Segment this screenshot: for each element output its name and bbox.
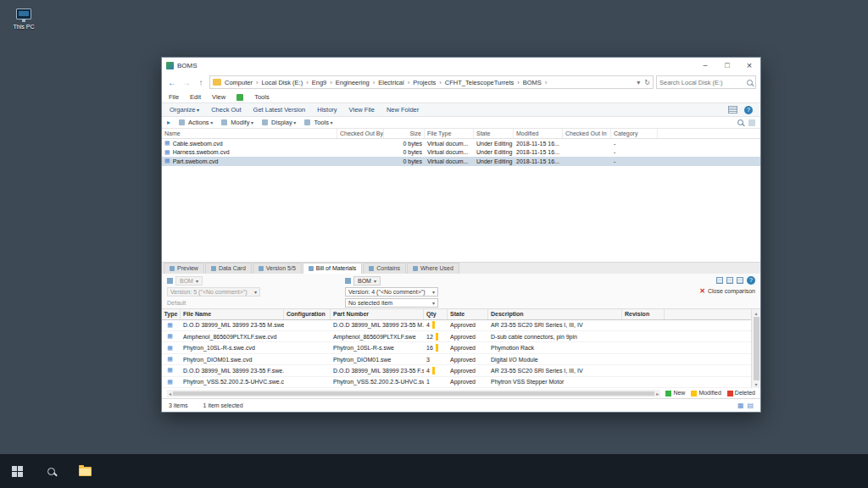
change-view-icon[interactable]	[728, 106, 737, 114]
bom-row[interactable]: ▦ Phytron_10SL-R-s.swe.cvd Phytron_10SL-…	[162, 342, 760, 353]
bom-source-button-right[interactable]: BOM	[353, 276, 381, 286]
col-part-number[interactable]: Part Number	[331, 309, 424, 319]
col-checked-out-by[interactable]: Checked Out By	[337, 129, 384, 138]
breadcrumb-item[interactable]: BOMS	[523, 79, 551, 86]
col-configuration[interactable]: Configuration	[284, 309, 331, 319]
breadcrumb-item[interactable]: Eng9	[312, 79, 336, 86]
breadcrumb-item[interactable]: Local Disk (E:)	[261, 79, 311, 86]
organize-button[interactable]: Organize	[170, 106, 199, 114]
tab-bill-of-materials[interactable]: Bill of Materials	[303, 263, 362, 274]
where-used-icon	[413, 266, 418, 271]
col-state[interactable]: State	[448, 309, 488, 319]
scroll-thumb[interactable]	[173, 391, 654, 396]
bom-row[interactable]: ▦ D.O.D 38999_MIL 38999 23-55 F.swe.cvd …	[162, 365, 760, 376]
col-checked-out-in[interactable]: Checked Out In	[563, 129, 611, 138]
refresh-icon[interactable]: ↻	[644, 79, 650, 86]
tab-contains[interactable]: Contains	[363, 263, 406, 274]
col-category[interactable]: Category	[611, 129, 658, 138]
details-view-icon[interactable]: ▦	[737, 402, 744, 409]
settings-icon[interactable]	[748, 119, 755, 126]
search-icon[interactable]	[747, 80, 753, 86]
bom-export-icon[interactable]	[737, 277, 743, 284]
col-name[interactable]: Name	[162, 129, 337, 138]
bom-row[interactable]: ▦ D.O.D 38999_MIL 38999 23-55 M.swe.cvd …	[162, 320, 760, 331]
file-row[interactable]: ▦Cable.swebom.cvd 0 bytes Virtual docum.…	[162, 139, 760, 148]
this-pc-desktop-icon[interactable]: This PC	[5, 8, 42, 30]
file-list-header[interactable]: Name Checked Out By Size File Type State…	[162, 129, 760, 139]
horizontal-scrollbar[interactable]: ◂ ▸	[167, 390, 660, 397]
col-revision[interactable]: Revision	[622, 309, 665, 319]
taskbar-search-button[interactable]	[34, 454, 68, 488]
new-folder-button[interactable]: New Folder	[387, 106, 419, 114]
close-comparison-button[interactable]: ✕ Close comparison	[699, 287, 755, 295]
bom-help-icon[interactable]: ?	[747, 276, 755, 285]
scroll-thumb[interactable]	[754, 317, 760, 380]
bom-row[interactable]: ▦ Amphenol_865609PLTXLF.swe.cvd Amphenol…	[162, 331, 760, 342]
back-button[interactable]: ←	[166, 78, 178, 87]
menu-tools[interactable]: Tools	[254, 93, 270, 101]
cell-part-number: Amphenol_865609PLTXLF.swe	[331, 331, 424, 341]
search-input[interactable]	[659, 79, 747, 86]
col-file-type[interactable]: File Type	[425, 129, 474, 138]
actions-menu[interactable]: Actions	[188, 119, 213, 126]
col-state[interactable]: State	[474, 129, 514, 138]
menu-view[interactable]: View	[212, 93, 225, 101]
breadcrumb-item[interactable]: CFHT_TelescopeTurrets	[445, 79, 523, 86]
close-button[interactable]	[738, 58, 760, 73]
menu-file[interactable]: File	[169, 93, 179, 101]
tab-preview[interactable]: Preview	[164, 263, 204, 274]
display-menu[interactable]: Display	[271, 119, 296, 126]
collapse-icon[interactable]: ▸	[167, 119, 170, 126]
file-explorer-button[interactable]	[68, 454, 102, 488]
history-button[interactable]: History	[317, 106, 337, 114]
forward-button[interactable]: →	[181, 78, 192, 87]
col-size[interactable]: Size	[384, 129, 425, 138]
vertical-scrollbar[interactable]: ▴ ▾	[751, 309, 760, 388]
tab-where-used[interactable]: Where Used	[407, 263, 459, 274]
breadcrumb-item[interactable]: Engineering	[336, 79, 379, 86]
up-button[interactable]: ↑	[195, 78, 207, 87]
help-icon[interactable]: ?	[744, 106, 753, 114]
start-button[interactable]	[0, 454, 34, 488]
maximize-button[interactable]	[716, 58, 738, 73]
tab-data-card[interactable]: Data Card	[205, 263, 252, 274]
tools-menu[interactable]: Tools	[314, 119, 332, 126]
breadcrumb-item[interactable]: Electrical	[378, 79, 413, 86]
get-latest-version-button[interactable]: Get Latest Version	[253, 106, 306, 114]
col-type[interactable]: Type	[162, 309, 181, 319]
scroll-right-icon[interactable]: ▸	[656, 391, 659, 396]
view-file-button[interactable]: View File	[349, 106, 375, 114]
breadcrumb-item[interactable]: Projects	[413, 79, 445, 86]
check-out-button[interactable]: Check Out	[211, 106, 241, 114]
bom-compare-icon[interactable]	[726, 277, 733, 284]
col-file-name[interactable]: File Name	[181, 309, 284, 319]
scroll-up-icon[interactable]: ▴	[754, 310, 757, 316]
col-description[interactable]: Description	[488, 309, 622, 319]
cell-state: Approved	[448, 354, 488, 364]
col-modified[interactable]: Modified	[514, 129, 563, 138]
modify-menu[interactable]: Modify	[231, 119, 253, 126]
breadcrumb-item[interactable]: Computer	[225, 79, 261, 86]
bom-row[interactable]: ▦ Phytron_DIOM01.swe.cvd Phytron_DIOM01.…	[162, 354, 760, 365]
col-qty[interactable]: Qty	[424, 309, 448, 319]
version-select-left[interactable]: Version: 5 ("<No comment>")	[167, 287, 260, 297]
list-view-icon[interactable]: ▤	[747, 402, 754, 409]
file-list-empty-area[interactable]	[162, 166, 760, 262]
selected-item-select[interactable]: No selected item	[345, 298, 438, 308]
tab-version[interactable]: Version 5/5	[253, 263, 302, 274]
chevron-down-icon[interactable]: ▾	[637, 79, 640, 86]
menu-edit[interactable]: Edit	[190, 93, 201, 101]
minimize-button[interactable]	[694, 58, 716, 73]
zoom-icon[interactable]	[737, 119, 743, 125]
version-select-right[interactable]: Version: 4 ("<No comment>")	[345, 287, 438, 297]
scroll-left-icon[interactable]: ◂	[169, 391, 171, 396]
breadcrumb[interactable]: Computer Local Disk (E:) Eng9 Engineerin…	[209, 75, 654, 89]
bom-table-header[interactable]: Type File Name Configuration Part Number…	[162, 309, 760, 320]
scroll-down-icon[interactable]: ▾	[754, 381, 757, 387]
file-row-selected[interactable]: ▦Part.swebom.cvd 0 bytes Virtual docum..…	[162, 157, 760, 166]
bom-source-button-left[interactable]: BOM	[175, 276, 203, 286]
bom-view-icon[interactable]	[716, 277, 723, 284]
file-row[interactable]: ▦Harness.swebom.cvd 0 bytes Virtual docu…	[162, 148, 760, 158]
bom-row[interactable]: ▦ Phytron_VSS.52.200.2.5-UHVC.swe.cvd Ph…	[162, 377, 760, 388]
title-bar[interactable]: BOMS	[162, 58, 760, 73]
